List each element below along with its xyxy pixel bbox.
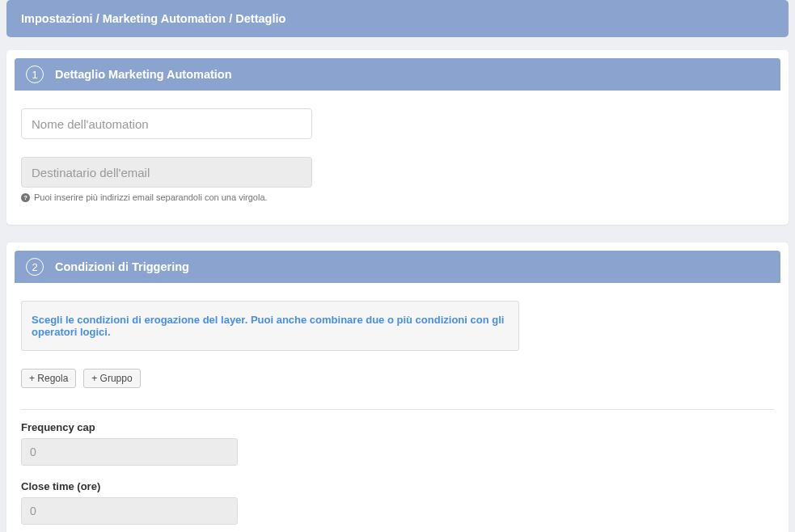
step-number-1-icon: 1: [26, 65, 44, 83]
frequency-cap-input[interactable]: [21, 438, 238, 466]
add-group-button[interactable]: + Gruppo: [83, 369, 140, 388]
helper-text: ? Puoi inserire più indirizzi email sepa…: [21, 192, 774, 202]
help-icon: ?: [21, 193, 30, 202]
section-title-1: Dettaglio Marketing Automation: [55, 68, 232, 81]
email-recipient-input[interactable]: [21, 157, 312, 188]
section-header-2: 2 Condizioni di Triggering: [15, 251, 780, 283]
step-number-2-icon: 2: [26, 258, 44, 276]
section-dettaglio: 1 Dettaglio Marketing Automation ? Puoi …: [6, 50, 789, 225]
breadcrumb: Impostazioni / Marketing Automation / De…: [6, 0, 789, 37]
triggering-info-banner: Scegli le condizioni di erogazione del l…: [21, 301, 519, 351]
automation-name-input[interactable]: [21, 108, 312, 139]
divider: [21, 409, 774, 410]
add-rule-button[interactable]: + Regola: [21, 369, 76, 388]
frequency-cap-label: Frequency cap: [21, 421, 774, 433]
rule-buttons-row: + Regola + Gruppo: [21, 369, 774, 388]
section-title-2: Condizioni di Triggering: [55, 260, 189, 273]
close-time-label: Close time (ore): [21, 480, 774, 492]
helper-label: Puoi inserire più indirizzi email separa…: [34, 192, 268, 202]
section-triggering: 2 Condizioni di Triggering Scegli le con…: [6, 243, 789, 532]
svg-text:?: ?: [23, 194, 27, 201]
close-time-input[interactable]: [21, 497, 238, 525]
section-header-1: 1 Dettaglio Marketing Automation: [15, 58, 780, 91]
